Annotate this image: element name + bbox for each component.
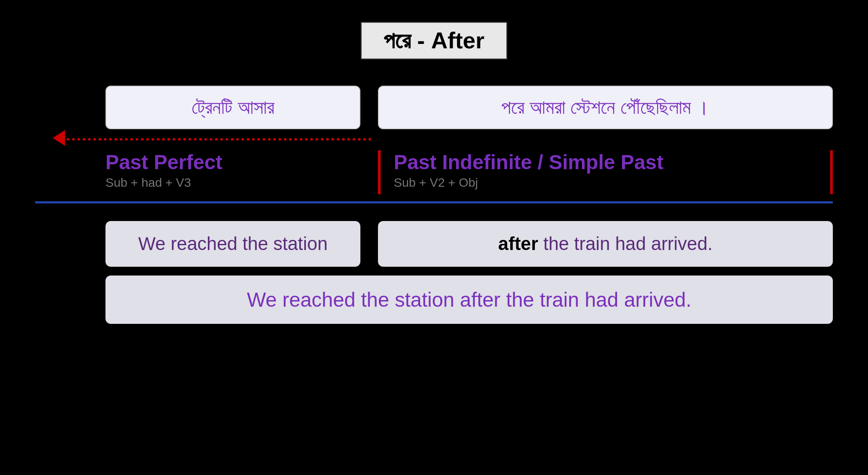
simple-past-name: Past Indefinite / Simple Past: [394, 150, 833, 174]
past-perfect-formula: Sub + had + V3: [105, 176, 360, 190]
dotted-line: [62, 138, 371, 141]
simple-past-label: Past Indefinite / Simple Past Sub + V2 +…: [394, 150, 833, 190]
title-bengali: পরে: [384, 28, 411, 53]
past-perfect-name: Past Perfect: [105, 150, 360, 174]
english-row: We reached the station after the train h…: [35, 221, 833, 267]
english-box-left: We reached the station: [105, 221, 360, 267]
english-right-suffix: the train had arrived.: [538, 233, 713, 254]
phrase-row: ট্রেনটি আসার পরে আমরা স্টেশনে পৌঁছেছিলাম…: [35, 86, 833, 129]
title-separator: -: [411, 28, 431, 53]
past-perfect-label: Past Perfect Sub + had + V3: [105, 150, 360, 190]
dotted-arrow-row: [35, 129, 833, 147]
upper-section: ট্রেনটি আসার পরে আমরা স্টেশনে পৌঁছেছিলাম…: [35, 86, 833, 324]
title-text: পরে - After: [384, 28, 485, 53]
title-english: After: [431, 28, 484, 53]
phrase-box-left: ট্রেনটি আসার: [105, 86, 360, 129]
labels-container: Past Perfect Sub + had + V3 Past Indefin…: [35, 150, 833, 194]
vertical-bar-center: [378, 150, 381, 194]
phrase-box-right: পরে আমরা স্টেশনে পৌঁছেছিলাম ।: [378, 86, 833, 129]
timeline-bar: [35, 201, 833, 203]
english-box-right: after the train had arrived.: [378, 221, 833, 267]
vertical-bar-right: [830, 150, 833, 194]
title-box: পরে - After: [361, 22, 508, 59]
simple-past-formula: Sub + V2 + Obj: [394, 176, 833, 190]
after-keyword: after: [498, 233, 538, 254]
combined-sentence-box: We reached the station after the train h…: [105, 276, 833, 324]
